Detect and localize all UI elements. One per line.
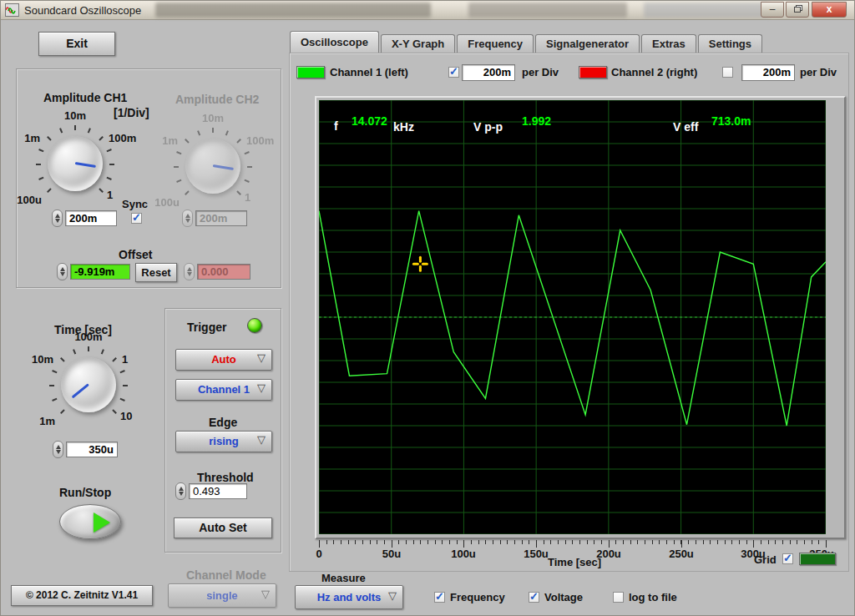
knob-label: 1m xyxy=(24,132,40,144)
tab-bar: Oscilloscope X-Y Graph Frequency Signalg… xyxy=(290,31,762,53)
veff-readout-value: 713.0m xyxy=(711,114,751,128)
channel1-per-div-label: per Div xyxy=(522,66,559,78)
channel2-label: Channel 2 (right) xyxy=(611,66,697,78)
amplitude-ch2-spinner xyxy=(182,210,193,227)
restore-button[interactable] xyxy=(786,2,809,18)
log-to-file-checkbox[interactable] xyxy=(613,592,624,603)
voltage-checkbox[interactable] xyxy=(529,592,539,603)
knob-label: 100m xyxy=(246,134,274,147)
channel2-color-swatch xyxy=(579,66,607,78)
knob-label: 1m xyxy=(39,415,55,427)
auto-set-button[interactable]: Auto Set xyxy=(174,518,272,538)
time-knob[interactable]: 100m 1 10 1m 10m xyxy=(48,345,129,425)
sync-checkbox[interactable] xyxy=(131,213,142,224)
amplitude-ch2-knob: 10m 100m 1 100u 1m xyxy=(173,126,253,206)
exit-button[interactable]: Exit xyxy=(38,32,115,56)
knob-label: 1 xyxy=(122,353,128,366)
freq-readout-label: f xyxy=(334,119,338,133)
knob-label: 1 xyxy=(107,189,113,201)
amplitude-ch1-title: Amplitude CH1 xyxy=(43,91,127,104)
time-spinner[interactable] xyxy=(53,441,63,458)
x-axis-major-ticks xyxy=(319,540,827,548)
restore-icon xyxy=(794,7,801,13)
knob-label: 1m xyxy=(162,134,178,147)
chevron-down-icon: ▽ xyxy=(257,430,266,450)
close-button[interactable]: x xyxy=(812,2,847,18)
minimize-button[interactable]: – xyxy=(761,2,784,18)
background-window-artifact xyxy=(644,3,769,18)
app-window: Soundcard Oszilloscope – x Exit Oscillos… xyxy=(0,0,855,616)
amplitude-ch1-spinner[interactable] xyxy=(52,210,63,227)
amplitude-ch2-value-input: 200m xyxy=(195,210,247,226)
background-window-artifact xyxy=(468,3,627,18)
tab-settings[interactable]: Settings xyxy=(698,34,762,53)
trigger-led-indicator xyxy=(247,318,262,333)
grid-label: Grid xyxy=(754,553,777,566)
waveform-chart xyxy=(319,100,826,534)
channel1-per-div-input[interactable]: 200m xyxy=(462,64,515,81)
tab-extras[interactable]: Extras xyxy=(641,34,696,53)
sync-label: Sync xyxy=(122,198,148,210)
scope-plot-area[interactable]: f 14.072 kHz V p-p 1.992 V eff 713.0m xyxy=(319,100,826,534)
window-title: Soundcard Oszilloscope xyxy=(24,4,141,17)
amplitude-ch2-title: Amplitude CH2 xyxy=(175,93,259,106)
amplitude-unit-label: [1/Div] xyxy=(114,106,149,119)
offset-ch1-spinner[interactable] xyxy=(57,263,68,280)
threshold-label: Threshold xyxy=(197,471,254,484)
trigger-mode-dropdown[interactable]: Auto▽ xyxy=(175,349,272,371)
background-window-artifact xyxy=(155,3,431,18)
amplitude-ch1-value-input[interactable]: 200m xyxy=(65,210,117,226)
channel1-enable-checkbox[interactable] xyxy=(448,67,459,78)
x-tick-label: 150u xyxy=(524,548,549,560)
trigger-mode-value: Auto xyxy=(211,353,236,366)
x-tick-label: 50u xyxy=(382,548,401,560)
channel1-label: Channel 1 (left) xyxy=(330,66,408,78)
grid-checkbox[interactable] xyxy=(782,553,793,564)
threshold-spinner[interactable] xyxy=(175,482,186,500)
play-icon xyxy=(94,512,110,533)
knob-label: 1 xyxy=(245,191,250,204)
title-bar[interactable]: Soundcard Oszilloscope – x xyxy=(1,1,854,20)
knob-label: 10 xyxy=(120,410,132,422)
knob-label: 100u xyxy=(17,194,42,206)
time-value-input[interactable]: 350u xyxy=(66,442,118,457)
trigger-source-value: Channel 1 xyxy=(198,383,250,396)
run-stop-button[interactable] xyxy=(59,504,121,539)
vpp-readout-label: V p-p xyxy=(473,120,503,134)
channel-mode-value: single xyxy=(206,589,238,602)
freq-readout-value: 14.072 xyxy=(352,114,387,128)
measure-mode-dropdown[interactable]: Hz and volts▽ xyxy=(295,585,403,609)
grid-color-swatch[interactable] xyxy=(799,553,836,565)
frequency-checkbox[interactable] xyxy=(434,592,445,603)
channel-mode-label: Channel Mode xyxy=(186,568,266,582)
knob-label: 10m xyxy=(64,109,86,122)
offset-label: Offset xyxy=(119,248,152,261)
measure-mode-value: Hz and volts xyxy=(317,591,382,603)
knob-label: 10m xyxy=(202,112,224,124)
tab-signalgenerator[interactable]: Signalgenerator xyxy=(535,34,640,53)
knob-label: 100u xyxy=(154,196,180,209)
trigger-title: Trigger xyxy=(187,321,226,334)
amplitude-panel: Amplitude CH1 [1/Div] Amplitude CH2 10m … xyxy=(16,68,281,288)
tab-frequency[interactable]: Frequency xyxy=(457,34,534,53)
channel2-per-div-input[interactable]: 200m xyxy=(741,64,795,81)
channel1-color-swatch xyxy=(296,66,325,78)
channel-mode-dropdown: single▽ xyxy=(168,583,276,608)
trigger-source-dropdown[interactable]: Channel 1▽ xyxy=(175,379,272,401)
chevron-down-icon: ▽ xyxy=(257,378,266,398)
offset-reset-button[interactable]: Reset xyxy=(135,263,177,282)
trigger-edge-dropdown[interactable]: rising▽ xyxy=(175,431,272,452)
tab-xy-graph[interactable]: X-Y Graph xyxy=(381,34,455,53)
copyright-button[interactable]: © 2012 C. Zeitnitz V1.41 xyxy=(11,585,153,606)
chevron-down-icon: ▽ xyxy=(388,584,397,607)
channel2-enable-checkbox[interactable] xyxy=(722,67,733,78)
tab-oscilloscope[interactable]: Oscilloscope xyxy=(290,31,379,53)
amplitude-ch1-knob[interactable]: 10m 100m 1 100u 1m xyxy=(35,124,115,204)
knob-label: 10m xyxy=(32,353,53,366)
app-icon xyxy=(5,3,19,17)
channel2-per-div-label: per Div xyxy=(800,66,837,78)
offset-ch2-value-input: 0.000 xyxy=(197,264,250,280)
offset-ch1-value-input[interactable]: -9.919m xyxy=(70,264,130,280)
run-stop-label: Run/Stop xyxy=(59,486,111,499)
threshold-value-input[interactable]: 0.493 xyxy=(189,483,247,499)
